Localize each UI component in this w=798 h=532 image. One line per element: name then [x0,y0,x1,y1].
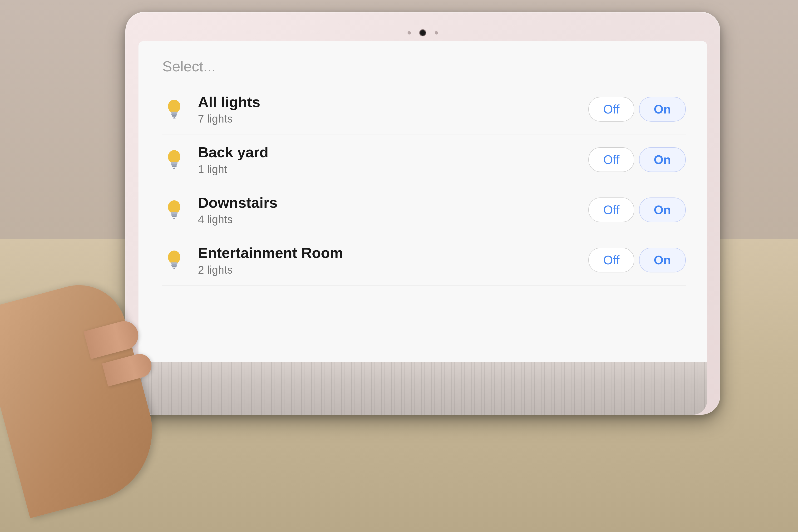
screen: Select... [138,41,707,362]
led-left [407,31,411,35]
entertainment-on-button[interactable]: On [639,248,686,272]
finger-1 [83,318,141,359]
svg-point-5 [168,150,180,164]
svg-rect-18 [172,266,176,267]
all-lights-on-button[interactable]: On [639,97,686,121]
svg-rect-7 [171,164,177,166]
svg-rect-2 [171,113,177,115]
all-lights-count: 7 lights [198,112,576,125]
svg-point-15 [168,250,180,264]
svg-rect-17 [171,264,177,266]
entertainment-count: 2 lights [198,263,576,276]
bulb-icon-downstairs [162,198,186,222]
downstairs-buttons: Off On [588,197,686,222]
camera-bar [138,25,707,41]
speaker-grille [138,362,707,415]
downstairs-info: Downstairs 4 lights [198,194,576,226]
device-frame: Select... [126,12,720,415]
led-right [435,31,438,35]
list-item: Entertainment Room 2 lights Off On [162,235,686,285]
backyard-count: 1 light [198,163,576,176]
svg-rect-13 [172,216,176,217]
entertainment-off-button[interactable]: Off [588,248,634,272]
nest-hub-device: Select... [126,12,720,415]
backyard-off-button[interactable]: Off [588,147,634,172]
list-item: Back yard 1 light Off On [162,134,686,185]
downstairs-on-button[interactable]: On [639,197,686,222]
screen-content: Select... [138,41,707,300]
svg-rect-16 [171,262,177,264]
bulb-icon-backyard [162,148,186,172]
svg-point-0 [168,100,180,113]
backyard-info: Back yard 1 light [198,144,576,175]
list-item: Downstairs 4 lights Off On [162,185,686,235]
select-header: Select... [162,58,686,77]
svg-marker-4 [173,117,176,118]
svg-rect-3 [172,115,176,117]
entertainment-info: Entertainment Room 2 lights [198,244,576,276]
bulb-icon-all-lights [162,97,186,121]
device-wrapper: Select... [83,12,762,415]
svg-point-10 [168,200,180,214]
downstairs-off-button[interactable]: Off [588,197,634,222]
speaker-base [138,362,707,415]
entertainment-buttons: Off On [588,248,686,272]
svg-marker-14 [173,217,176,219]
all-lights-off-button[interactable]: Off [588,97,634,121]
svg-rect-12 [171,214,177,216]
svg-rect-8 [172,166,176,167]
svg-rect-6 [171,162,177,164]
svg-marker-19 [173,268,176,269]
svg-rect-11 [171,212,177,214]
all-lights-buttons: Off On [588,97,686,121]
bulb-icon-entertainment [162,248,186,272]
backyard-on-button[interactable]: On [639,147,686,172]
backyard-buttons: Off On [588,147,686,172]
downstairs-count: 4 lights [198,213,576,226]
entertainment-name: Entertainment Room [198,244,576,262]
all-lights-info: All lights 7 lights [198,93,576,125]
all-lights-name: All lights [198,93,576,111]
svg-rect-1 [171,112,177,113]
list-item: All lights 7 lights Off On [162,84,686,134]
backyard-name: Back yard [198,144,576,161]
downstairs-name: Downstairs [198,194,576,211]
svg-marker-9 [173,167,176,169]
light-list: All lights 7 lights Off On [162,84,686,286]
camera-lens [419,29,426,36]
